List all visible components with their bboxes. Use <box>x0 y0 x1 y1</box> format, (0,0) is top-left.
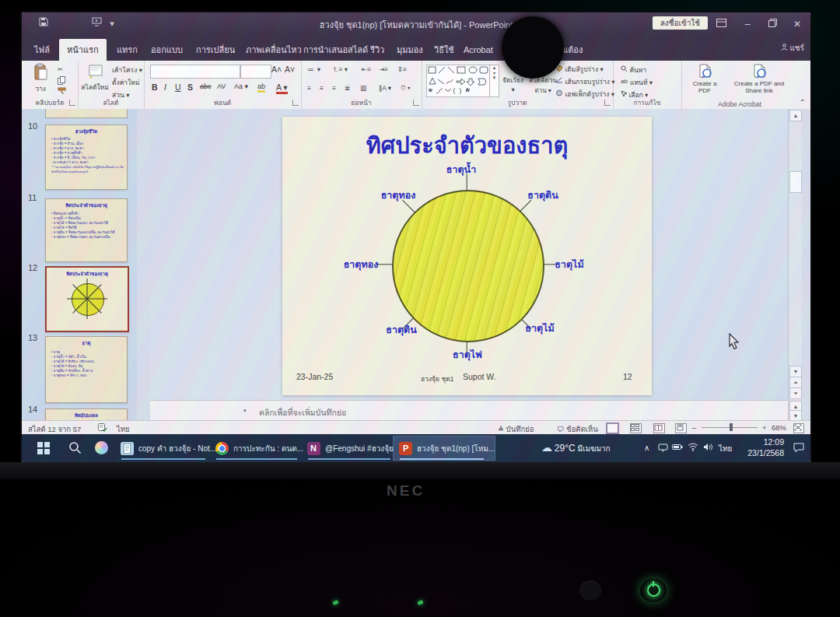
new-slide-button[interactable]: สไลด์ใหม่ <box>79 63 110 93</box>
highlight-color-button[interactable]: ab <box>257 82 265 93</box>
bold-button[interactable]: B <box>152 82 158 92</box>
character-spacing-button[interactable]: AV <box>217 82 226 90</box>
next-slide-icon[interactable]: ⏷ <box>789 387 802 399</box>
notes-toggle[interactable]: ≜ บันทึกย่อ <box>498 423 534 435</box>
reading-view-icon[interactable] <box>653 423 665 433</box>
copy-icon[interactable] <box>58 76 65 86</box>
align-center-icon[interactable]: ≡ <box>320 84 324 92</box>
editor-scrollbar-thumb[interactable] <box>789 171 802 193</box>
taskbar-search-icon[interactable] <box>68 441 82 457</box>
increase-indent-icon[interactable]: ⇥≡ <box>379 65 388 73</box>
smartart-icon[interactable]: ⎏ ▾ <box>401 84 411 93</box>
arrange-button[interactable]: จัดเรียง▾ <box>502 75 523 93</box>
cut-icon[interactable]: ✂ <box>58 65 63 73</box>
taskbar-app-chrome[interactable]: การปะทะกัน : ดนต... <box>210 436 308 460</box>
taskbar-app-onenote[interactable]: N @Fengshui #ฮวงจุ้ย <box>302 436 401 460</box>
replace-label[interactable]: แทนที่ ▾ <box>630 77 653 88</box>
create-share-pdf-button[interactable]: Create a PDF and Share link <box>730 63 789 94</box>
scroll-down-icon[interactable]: ▼ <box>789 366 802 377</box>
shape-fill-button[interactable]: เติมสีรูปร่าง ▾ <box>555 64 604 75</box>
editor-scrollbar[interactable]: ▲ ▼ ⏶ ⏷ <box>788 109 802 400</box>
tab-view[interactable]: มุมมอง <box>389 39 431 61</box>
shapes-gallery[interactable]: ▲▾▼ <box>426 65 499 97</box>
taskbar-app-powerpoint[interactable]: P ฮวงจุ้ย ชุด1(np) [โหม... <box>394 436 495 460</box>
justify-icon[interactable]: ≣ <box>345 84 350 92</box>
thumbnail-slide-12-selected[interactable]: ทิศประจำตัวของธาตุ <box>45 266 129 332</box>
change-case-button[interactable]: Aa ▾ <box>234 82 248 90</box>
comments-toggle[interactable]: 🗩 ข้อคิดเห็น <box>557 423 598 435</box>
tab-insert[interactable]: แทรก <box>109 39 145 61</box>
tab-transitions[interactable]: การเปลี่ยน <box>188 39 243 61</box>
slide-counter[interactable]: สไลด์ 12 จาก 57 <box>28 423 81 435</box>
previous-slide-icon[interactable]: ⏶ <box>789 377 802 388</box>
decrease-indent-icon[interactable]: ⇤≡ <box>362 65 371 73</box>
text-shadow-button[interactable]: S <box>187 82 193 92</box>
normal-view-icon[interactable] <box>607 423 618 433</box>
close-button[interactable]: ✕ <box>784 12 810 36</box>
restore-button[interactable] <box>759 12 786 36</box>
find-button[interactable]: ค้นหา <box>621 65 646 75</box>
laptop-button[interactable] <box>579 580 601 601</box>
collapse-ribbon-icon[interactable]: ⌃ <box>800 98 806 107</box>
tab-acrobat[interactable]: Acrobat <box>456 39 501 61</box>
line-spacing-icon[interactable]: ⇕≡ <box>397 65 407 73</box>
layout-button[interactable]: เค้าโครง ▾ <box>112 65 142 75</box>
tray-volume-icon[interactable] <box>703 443 713 462</box>
tab-design[interactable]: ออกแบบ <box>143 39 191 61</box>
font-name-input[interactable] <box>150 65 240 79</box>
slide-title[interactable]: ทิศประจำตัวของธาตุ <box>282 128 652 163</box>
numbering-icon[interactable]: ⒈≡ ▾ <box>332 65 348 75</box>
paste-button[interactable]: วาง <box>25 63 56 94</box>
status-language[interactable]: ไทย <box>117 423 130 435</box>
slide-sorter-view-icon[interactable] <box>630 423 642 433</box>
spellcheck-icon[interactable] <box>98 423 107 433</box>
font-dialog-launcher-icon[interactable] <box>292 100 299 106</box>
share-button[interactable]: แชร์ <box>781 42 804 54</box>
tab-home[interactable]: หน้าแรก <box>59 39 107 61</box>
font-color-button[interactable]: A ▾ <box>276 82 288 94</box>
slide-canvas[interactable]: ทิศประจำตัวของธาตุ ธาตุน้ำ ธาตุดิน ธาตุไ… <box>282 117 652 395</box>
italic-button[interactable]: I <box>164 82 166 92</box>
copilot-icon[interactable] <box>95 441 108 454</box>
thumbnail-partial-top[interactable] <box>45 109 128 118</box>
zoom-level[interactable]: 68% <box>772 423 786 432</box>
shrink-font-icon[interactable]: A˅ <box>285 65 295 74</box>
tab-review[interactable]: รีวิว <box>362 39 392 61</box>
tab-file[interactable]: ไฟล์ <box>26 39 58 61</box>
align-left-icon[interactable]: ≡ <box>307 84 311 92</box>
power-button[interactable] <box>640 579 667 602</box>
text-direction-icon[interactable]: ∥A ▾ <box>379 84 391 92</box>
notes-scrollbar[interactable]: ▲ ▼ <box>788 400 802 420</box>
notification-center-icon[interactable] <box>793 443 804 462</box>
replace-button[interactable]: ab <box>621 77 628 85</box>
shape-outline-button[interactable]: เส้นกรอบรูปร่าง ▾ <box>555 76 615 87</box>
ribbon-display-options-icon[interactable] <box>708 12 734 36</box>
notes-collapse-icon[interactable]: ▾ <box>243 408 247 414</box>
create-pdf-button[interactable]: Create a PDF <box>688 63 722 94</box>
weather-widget[interactable]: ☁ 29°C มีเมฆมาก <box>541 441 611 462</box>
notes-pane[interactable]: ▾ คลิกเพื่อที่จะเพิ่มบันทึกย่อ <box>150 400 788 421</box>
bullets-icon[interactable]: ≔ ▾ <box>307 65 321 73</box>
scroll-up-icon[interactable]: ▲ <box>789 110 802 121</box>
font-size-input[interactable] <box>240 65 271 79</box>
tray-clock[interactable]: 12:09 23/1/2568 <box>739 436 784 462</box>
zoom-in-button[interactable]: + <box>762 423 767 432</box>
shapes-scroll[interactable]: ▲▾▼ <box>489 65 499 96</box>
thumbnail-slide-10[interactable]: ฮวงจุ้ยชีวิต • ฮวงจุ้ยชีวิต - ฮวงจุ้ย = … <box>45 124 128 190</box>
thumbnail-slide-11[interactable]: ทิศประจำตัวของธาตุ • ทิศของธาตุทั้งห้า -… <box>45 198 128 262</box>
start-button-icon[interactable] <box>37 442 50 454</box>
align-right-icon[interactable]: ≡ <box>332 84 336 92</box>
tray-chevron-icon[interactable]: ∧ <box>644 443 649 462</box>
minimize-button[interactable]: – <box>734 12 761 36</box>
drawing-dialog-launcher-icon[interactable] <box>604 100 611 106</box>
grow-font-icon[interactable]: A˄ <box>271 65 282 74</box>
tray-display-icon[interactable] <box>658 443 668 462</box>
tray-wifi-icon[interactable] <box>688 442 698 462</box>
notes-placeholder[interactable]: คลิกเพื่อที่จะเพิ่มบันทึกย่อ <box>259 406 346 419</box>
slideshow-view-icon[interactable] <box>675 423 687 433</box>
paragraph-dialog-launcher-icon[interactable] <box>413 100 419 106</box>
taskbar-app-notepad[interactable]: copy คำ ฮวงจุ้ย - Not... <box>115 436 216 460</box>
tray-language[interactable]: ไทย <box>719 443 732 462</box>
reset-button[interactable]: ตั้งค่าใหม่ <box>112 77 140 88</box>
underline-button[interactable]: U <box>175 82 181 92</box>
